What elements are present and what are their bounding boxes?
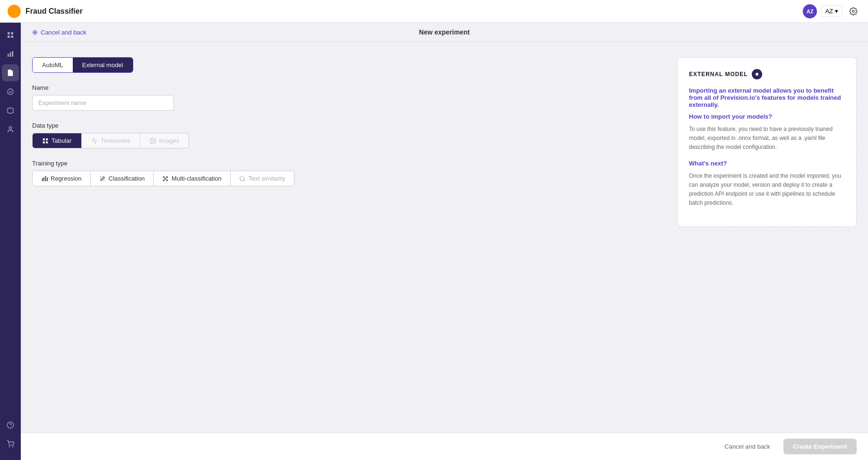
training-type-label: Training type xyxy=(32,160,666,167)
experiment-type-tabs: AutoML External model xyxy=(32,57,133,73)
info-panel-title: EXTERNAL MODEL xyxy=(689,71,748,78)
svg-rect-7 xyxy=(12,51,13,57)
classification-icon xyxy=(99,175,106,182)
svg-point-28 xyxy=(167,176,168,177)
how-to-text: To use this feature, you need to have a … xyxy=(689,125,845,152)
topbar: Fraud Classifier AZ AZ ▾ xyxy=(0,0,868,23)
sidebar-item-analytics[interactable] xyxy=(2,45,19,62)
sidebar-item-cart[interactable] xyxy=(2,435,19,452)
sidebar-bottom xyxy=(2,417,19,456)
svg-rect-23 xyxy=(45,176,46,181)
svg-point-29 xyxy=(163,180,164,181)
sidebar-item-users[interactable] xyxy=(2,121,19,138)
info-panel: EXTERNAL MODEL Importing an external mod… xyxy=(677,57,857,227)
svg-rect-16 xyxy=(46,138,48,140)
svg-rect-22 xyxy=(43,177,44,181)
app-logo xyxy=(8,5,21,18)
form-panel: AutoML External model Name Data type xyxy=(32,57,666,417)
svg-point-26 xyxy=(103,176,104,178)
sidebar-top xyxy=(2,26,19,138)
training-classification[interactable]: Classification xyxy=(91,171,154,186)
grid-icon xyxy=(42,138,49,144)
importing-description: Importing an external model allows you t… xyxy=(689,87,845,108)
app-body: ⊕ Cancel and back New experiment AutoML … xyxy=(0,23,868,460)
experiment-name-input[interactable] xyxy=(32,95,174,111)
data-type-label: Data type xyxy=(32,122,666,129)
svg-point-14 xyxy=(13,446,13,447)
svg-rect-17 xyxy=(43,141,45,143)
training-multiclassification[interactable]: Multi-classification xyxy=(154,171,230,186)
svg-rect-3 xyxy=(8,35,10,38)
data-type-timeseries: Timeseries xyxy=(82,133,140,148)
trend-icon xyxy=(91,138,98,144)
whats-next-text: Once the experiment is created and the m… xyxy=(689,172,845,208)
app-title: Fraud Classifier xyxy=(26,7,83,16)
tab-external-model[interactable]: External model xyxy=(73,58,133,72)
circle-x-icon: ⊕ xyxy=(32,28,38,36)
sidebar-item-deploy[interactable] xyxy=(2,83,19,100)
svg-point-27 xyxy=(163,176,164,177)
sidebar-item-pipelines[interactable] xyxy=(2,102,19,119)
svg-rect-21 xyxy=(42,178,43,181)
sidebar-item-grid[interactable] xyxy=(2,26,19,43)
how-to-link[interactable]: How to import your models? xyxy=(689,113,845,120)
svg-point-30 xyxy=(167,180,168,181)
cancel-back-label: Cancel and back xyxy=(41,29,86,36)
multiclassification-icon xyxy=(162,175,169,182)
page-title: New experiment xyxy=(419,28,470,36)
svg-point-10 xyxy=(9,127,11,129)
topbar-right: AZ AZ ▾ xyxy=(803,4,860,18)
cancel-back-button[interactable]: ⊕ Cancel and back xyxy=(32,28,86,36)
sidebar xyxy=(0,23,21,460)
main-content: ⊕ Cancel and back New experiment AutoML … xyxy=(21,23,868,460)
regression-icon xyxy=(41,175,48,182)
svg-marker-9 xyxy=(8,108,13,113)
external-model-icon xyxy=(752,69,762,79)
svg-rect-2 xyxy=(11,32,13,35)
data-type-buttons: Tabular Timeseries xyxy=(32,133,189,148)
footer-cancel-button[interactable]: Cancel and back xyxy=(717,439,778,454)
training-textsimilarity: Text similarity xyxy=(231,171,294,186)
svg-point-8 xyxy=(8,89,13,95)
svg-rect-24 xyxy=(47,177,48,181)
create-experiment-button[interactable]: Create Experiment xyxy=(783,439,857,454)
info-panel-header: EXTERNAL MODEL xyxy=(689,69,845,79)
topbar-left: Fraud Classifier xyxy=(8,5,83,18)
image-icon xyxy=(150,138,156,144)
settings-button[interactable] xyxy=(846,4,860,18)
training-type-buttons: Regression Classification xyxy=(32,171,294,186)
content-area: AutoML External model Name Data type xyxy=(21,42,868,433)
svg-rect-5 xyxy=(8,54,9,57)
avatar: AZ xyxy=(803,4,817,18)
svg-rect-18 xyxy=(46,141,48,143)
svg-point-13 xyxy=(9,446,9,447)
svg-point-32 xyxy=(240,176,244,180)
svg-line-33 xyxy=(244,180,245,181)
data-type-images: Images xyxy=(140,133,189,148)
user-label: AZ xyxy=(825,8,833,15)
name-label: Name xyxy=(32,84,666,91)
sidebar-item-help[interactable] xyxy=(2,417,19,434)
tab-automl[interactable]: AutoML xyxy=(33,58,73,72)
chevron-down-icon: ▾ xyxy=(835,8,838,15)
user-button[interactable]: AZ ▾ xyxy=(821,5,842,17)
svg-point-0 xyxy=(852,10,855,12)
svg-rect-6 xyxy=(10,52,11,57)
svg-rect-1 xyxy=(8,32,10,35)
whats-next-link[interactable]: What's next? xyxy=(689,160,845,167)
svg-point-25 xyxy=(101,179,103,181)
training-type-group: Training type Regression xyxy=(32,160,666,186)
svg-rect-4 xyxy=(11,35,13,38)
textsimilarity-icon xyxy=(239,175,246,182)
training-regression[interactable]: Regression xyxy=(33,171,91,186)
name-field-group: Name xyxy=(32,84,666,111)
sub-header: ⊕ Cancel and back New experiment xyxy=(21,23,868,42)
data-type-group: Data type Tabular xyxy=(32,122,666,148)
svg-point-31 xyxy=(165,178,167,180)
sidebar-item-experiments[interactable] xyxy=(2,64,19,81)
footer: Cancel and back Create Experiment xyxy=(21,433,868,460)
svg-rect-15 xyxy=(43,138,45,140)
data-type-tabular[interactable]: Tabular xyxy=(33,133,82,148)
svg-point-20 xyxy=(152,139,153,140)
